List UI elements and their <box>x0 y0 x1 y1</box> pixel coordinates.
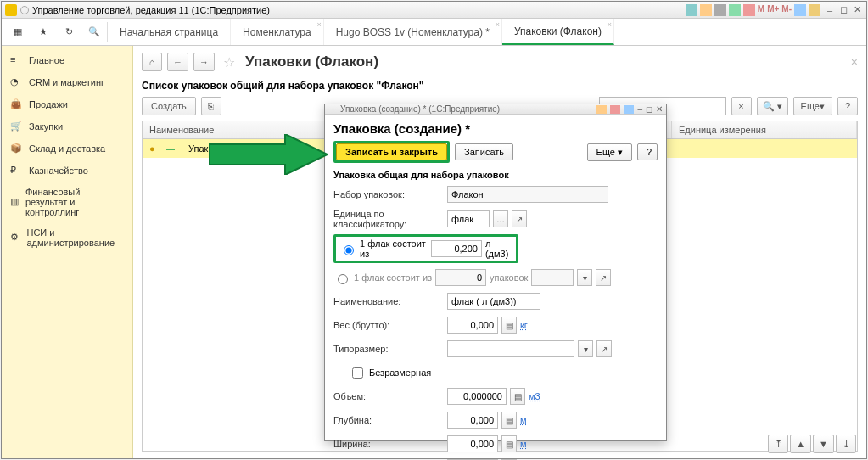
tab-start[interactable]: Начальная страница <box>108 19 231 45</box>
close-icon[interactable]: ✕ <box>656 104 663 114</box>
depth-unit[interactable]: м <box>520 415 527 425</box>
m-minus-icon[interactable]: M- <box>781 4 792 16</box>
minimize-icon[interactable]: – <box>637 104 642 114</box>
apps-icon[interactable]: ▦ <box>5 19 31 45</box>
window-controls: – ◻ ✕ <box>824 4 863 16</box>
sidebar-item-nsi[interactable]: ⚙НСИ и администрирование <box>2 222 132 253</box>
consist2-extra <box>531 269 574 286</box>
help-button[interactable]: ? <box>837 97 858 115</box>
forward-button[interactable]: → <box>193 53 215 71</box>
tab-packages[interactable]: Упаковки (Флакон)× <box>502 19 614 45</box>
dialog-window-title: Упаковка (создание) * (1С:Предприятие) <box>340 104 500 114</box>
favorite-toggle-icon[interactable]: ☆ <box>223 54 235 70</box>
app-title: Управление торговлей, редакция 11 (1С:Пр… <box>32 5 270 15</box>
tool-icon[interactable] <box>686 4 697 16</box>
nav-down-icon[interactable]: ▼ <box>813 435 834 453</box>
nav-last-icon[interactable]: ⤓ <box>836 435 856 453</box>
tool-icon[interactable] <box>809 4 820 16</box>
dropdown-icon[interactable]: ▾ <box>578 340 593 357</box>
weight-field[interactable] <box>447 317 498 334</box>
sidebar-item-sales[interactable]: 👜Продажи <box>2 93 132 115</box>
tool-icon[interactable] <box>794 4 806 16</box>
volume-unit[interactable]: м3 <box>529 391 540 401</box>
chart-icon: ▥ <box>10 196 19 208</box>
tool-icon[interactable] <box>700 4 712 16</box>
sidebar-item-crm[interactable]: ◔CRM и маркетинг <box>2 71 132 93</box>
search-icon[interactable]: 🔍 <box>81 19 107 45</box>
home-button[interactable]: ⌂ <box>142 53 162 71</box>
titlebar-tool-icons: M M+ M- <box>686 4 820 16</box>
calc-icon[interactable]: ▤ <box>510 388 525 405</box>
row-state-icon: — <box>160 144 182 154</box>
history-icon[interactable]: ↻ <box>56 19 81 45</box>
width-field[interactable] <box>447 435 498 452</box>
sidebar-item-purchases[interactable]: 🛒Закупки <box>2 115 132 137</box>
clear-search-button[interactable]: × <box>731 97 752 115</box>
maximize-icon[interactable]: ◻ <box>646 104 652 114</box>
grid-nav: ⤒ ▲ ▼ ⤓ <box>768 435 856 453</box>
close-icon[interactable]: × <box>608 20 612 29</box>
app-titlebar: Управление торговлей, редакция 11 (1С:Пр… <box>2 2 866 19</box>
typesize-field[interactable] <box>447 340 574 357</box>
tool-icon[interactable] <box>714 4 726 16</box>
back-button[interactable]: ← <box>167 53 188 71</box>
minimize-icon[interactable]: – <box>824 4 836 16</box>
consist-radio-1[interactable] <box>344 245 354 255</box>
tool-icon[interactable] <box>729 4 741 16</box>
help-button[interactable]: ? <box>637 143 658 160</box>
classifier-field[interactable] <box>447 210 490 227</box>
m-icon[interactable]: M <box>758 4 764 16</box>
package-create-dialog: Упаковка (создание) * (1С:Предприятие) –… <box>324 104 667 441</box>
save-button[interactable]: Записать <box>455 143 513 160</box>
tab-nomenclature[interactable]: Номенклатура× <box>231 19 324 45</box>
select-button[interactable]: … <box>493 210 508 227</box>
dimless-checkbox[interactable] <box>352 367 363 379</box>
m-plus-icon[interactable]: M+ <box>767 4 779 16</box>
calc-icon[interactable]: ▤ <box>501 435 517 452</box>
more-button[interactable]: Еще ▾ <box>793 97 832 115</box>
volume-field[interactable] <box>447 388 507 405</box>
close-icon[interactable]: × <box>496 20 500 29</box>
close-icon[interactable]: ✕ <box>851 4 863 16</box>
weight-unit[interactable]: кг <box>520 320 528 330</box>
sidebar-item-treasury[interactable]: ₽Казначейство <box>2 160 132 182</box>
consist2-value <box>435 269 486 286</box>
maximize-icon[interactable]: ◻ <box>837 4 849 16</box>
open-button[interactable]: ↗ <box>512 210 527 227</box>
nav-up-icon[interactable]: ▲ <box>790 435 811 453</box>
col-unit[interactable]: Единица измерения <box>672 121 857 138</box>
name-field[interactable] <box>447 293 540 310</box>
set-field[interactable] <box>447 186 608 203</box>
create-button[interactable]: Создать <box>142 97 196 115</box>
tab-hugo-boss[interactable]: Hugo BOSS 1v (Номенклатура) *× <box>324 19 502 45</box>
more-button[interactable]: Еще ▾ <box>587 143 632 161</box>
nav-first-icon[interactable]: ⤒ <box>768 435 788 453</box>
sidebar-item-finance[interactable]: ▥Финансовый результат и контроллинг <box>2 182 132 222</box>
tool-icon[interactable] <box>610 105 620 114</box>
width-unit[interactable]: м <box>520 439 527 449</box>
search-button[interactable]: 🔍 ▾ <box>757 97 788 115</box>
label-name: Наименование: <box>333 296 444 306</box>
tool-icon[interactable] <box>624 105 634 114</box>
calc-icon[interactable]: ▤ <box>501 317 517 334</box>
consist-radio-2[interactable] <box>338 274 348 284</box>
tool-icon[interactable] <box>596 105 607 114</box>
copy-button[interactable]: ⎘ <box>201 97 221 115</box>
depth-field[interactable] <box>447 412 498 429</box>
app-icon <box>5 4 17 16</box>
main-tabbar: ▦ ★ ↻ 🔍 Начальная страница Номенклатура×… <box>2 19 866 46</box>
label-depth: Глубина: <box>333 415 444 425</box>
calc-icon[interactable]: ▤ <box>501 412 517 429</box>
open-button[interactable]: ↗ <box>596 340 612 357</box>
close-page-icon[interactable]: × <box>851 55 858 69</box>
favorite-icon[interactable]: ★ <box>31 19 56 45</box>
tool-icon[interactable] <box>743 4 755 16</box>
sidebar-item-main[interactable]: ≡Главное <box>2 49 132 71</box>
dialog-titlebar: Упаковка (создание) * (1С:Предприятие) –… <box>325 104 666 115</box>
save-and-close-button[interactable]: Записать и закрыть <box>336 143 447 160</box>
close-icon[interactable]: × <box>316 20 321 29</box>
consist1-value[interactable] <box>431 240 482 257</box>
open-button: ↗ <box>596 269 611 286</box>
page-title: Упаковки (Флакон) <box>245 53 378 70</box>
sidebar-item-warehouse[interactable]: 📦Склад и доставка <box>2 137 132 160</box>
